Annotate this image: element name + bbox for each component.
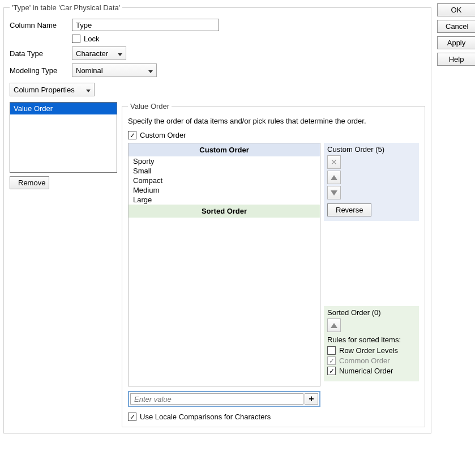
data-type-select[interactable]: Character: [72, 46, 126, 60]
list-item[interactable]: Medium: [129, 185, 320, 195]
apply-button[interactable]: Apply: [437, 36, 475, 49]
sorted-order-panel: Sorted Order (0) Rules for sorted items:…: [324, 306, 419, 381]
column-properties-label: Column Properties: [14, 86, 75, 94]
list-item[interactable]: Large: [129, 195, 320, 205]
rules-label: Rules for sorted items:: [327, 335, 416, 344]
custom-order-checkbox[interactable]: [128, 131, 136, 139]
add-value-button[interactable]: +: [305, 393, 318, 405]
reverse-button[interactable]: Reverse: [327, 203, 371, 216]
ok-button[interactable]: OK: [437, 3, 475, 16]
custom-order-header: Custom Order: [129, 143, 320, 156]
common-order-label: Common Order: [339, 356, 390, 365]
delete-button[interactable]: [327, 155, 341, 169]
column-name-label: Column Name: [10, 21, 72, 29]
lock-checkbox[interactable]: [72, 35, 80, 43]
arrow-up-icon: [331, 175, 337, 180]
list-item[interactable]: Small: [129, 166, 320, 176]
list-item[interactable]: Sporty: [129, 156, 320, 166]
order-lists: Custom Order Sporty Small Compact Medium…: [128, 143, 320, 386]
cancel-button[interactable]: Cancel: [437, 20, 475, 33]
sorted-order-list[interactable]: [129, 218, 320, 386]
custom-order-panel-title: Custom Order (5): [327, 145, 416, 154]
move-down-button[interactable]: [327, 186, 341, 199]
data-type-value: Character: [76, 49, 108, 58]
remove-button[interactable]: Remove: [10, 176, 49, 189]
sorted-order-header: Sorted Order: [129, 205, 320, 218]
chevron-down-icon: [86, 90, 91, 92]
help-button[interactable]: Help: [437, 53, 475, 66]
data-type-label: Data Type: [10, 49, 72, 58]
sorted-order-panel-title: Sorted Order (0): [327, 308, 416, 317]
properties-listbox[interactable]: Value Order: [10, 102, 117, 173]
custom-order-cb-label: Custom Order: [140, 131, 186, 139]
modeling-type-select[interactable]: Nominal: [72, 63, 157, 77]
enter-value-row: +: [128, 391, 320, 407]
row-order-levels-checkbox[interactable]: [327, 346, 336, 355]
value-order-group: Value Order Specify the order of data it…: [122, 102, 425, 427]
value-order-description: Specify the order of data items and/or p…: [128, 116, 419, 126]
modeling-type-value: Nominal: [76, 66, 103, 75]
common-order-checkbox: [327, 356, 336, 365]
sorted-move-up-button[interactable]: [327, 318, 341, 332]
numerical-order-label: Numerical Order: [339, 367, 393, 375]
column-info-group: 'Type' in table 'Car Physical Data' Colu…: [3, 3, 431, 434]
column-properties-menu[interactable]: Column Properties: [10, 83, 95, 96]
chevron-down-icon: [148, 70, 153, 73]
move-up-button[interactable]: [327, 171, 341, 184]
use-locale-checkbox[interactable]: [128, 413, 136, 421]
lock-label: Lock: [84, 35, 99, 43]
list-item[interactable]: Compact: [129, 176, 320, 185]
use-locale-label: Use Locale Comparisons for Characters: [140, 413, 271, 421]
list-item-value-order[interactable]: Value Order: [10, 103, 117, 114]
column-name-input[interactable]: [72, 19, 219, 31]
enter-value-input[interactable]: [130, 393, 303, 405]
row-order-levels-label: Row Order Levels: [339, 346, 398, 355]
value-order-legend: Value Order: [128, 102, 172, 110]
modeling-type-label: Modeling Type: [10, 66, 72, 75]
arrow-up-icon: [331, 323, 337, 328]
numerical-order-checkbox[interactable]: [327, 367, 336, 375]
x-icon: [331, 158, 337, 167]
chevron-down-icon: [118, 53, 122, 56]
plus-icon: +: [309, 394, 314, 404]
group-legend: 'Type' in table 'Car Physical Data': [10, 3, 122, 12]
custom-order-panel: Custom Order (5) Reverse: [324, 143, 419, 221]
arrow-down-icon: [331, 190, 337, 196]
